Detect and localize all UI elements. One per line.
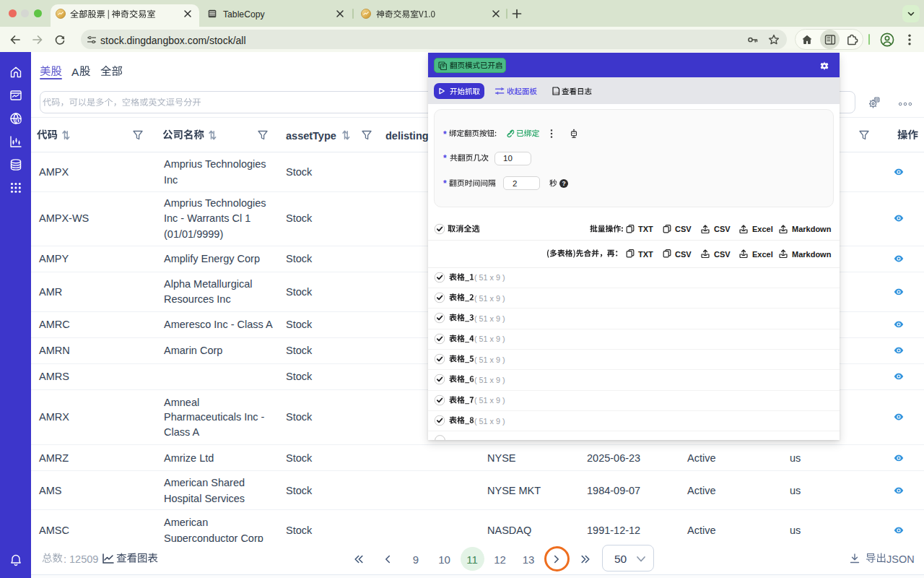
svg-text:?: ? xyxy=(562,179,565,186)
svg-text:LOG: LOG xyxy=(554,92,559,95)
